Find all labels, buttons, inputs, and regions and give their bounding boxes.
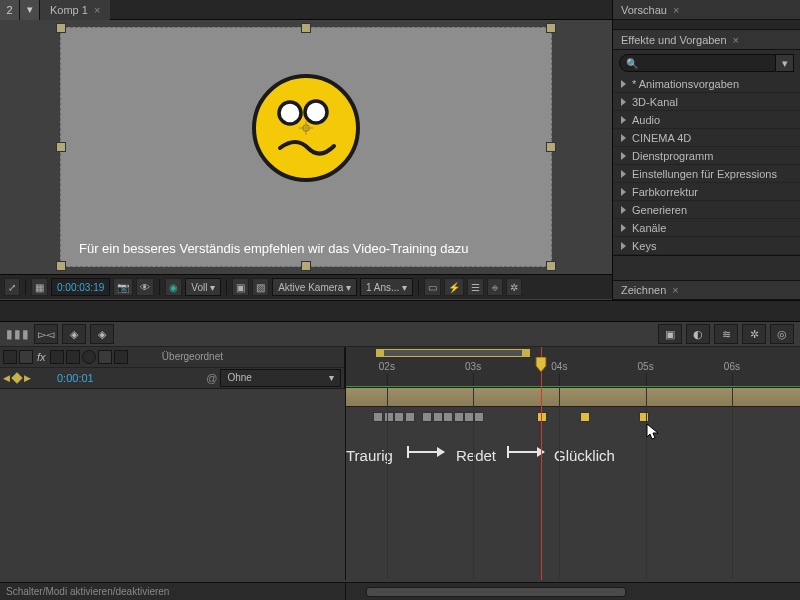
resize-handle[interactable] [56, 142, 66, 152]
ruler-tick: 02s [379, 361, 395, 372]
keyframe-marker[interactable] [405, 412, 415, 422]
magnify-icon[interactable]: ⤢ [4, 278, 20, 296]
timeline-tracks[interactable]: 02s03s04s05s06s Traurig Redet Glücklich [345, 347, 800, 580]
roi-icon[interactable]: ▣ [232, 278, 249, 296]
cube2-icon[interactable]: ◈ [90, 324, 114, 344]
transparency-icon[interactable]: ▨ [252, 278, 269, 296]
effects-category-item[interactable]: Dienstprogramm [613, 147, 800, 165]
channel-icon[interactable]: ◉ [165, 278, 182, 296]
composition-viewer[interactable]: Für ein besseres Verständis empfehlen wi… [0, 20, 612, 274]
close-icon[interactable]: × [94, 4, 100, 16]
comp-dropdown-icon[interactable]: ▾ [20, 0, 40, 20]
ruler-tick: 04s [551, 361, 567, 372]
parent-pickwhip-icon[interactable]: @ [206, 372, 217, 384]
keyframe-row[interactable] [346, 410, 800, 426]
snapshot-show-icon[interactable]: 👁 [136, 278, 154, 296]
time-ruler[interactable]: 02s03s04s05s06s [346, 347, 800, 387]
layer-bar[interactable] [346, 387, 800, 407]
effects-category-item[interactable]: Kanäle [613, 219, 800, 237]
views-select[interactable]: 1 Ans... ▾ [360, 278, 413, 296]
resize-handle[interactable] [546, 261, 556, 271]
keyframe-marker-selected[interactable] [639, 412, 649, 422]
brainstorm-icon[interactable]: ✲ [742, 324, 766, 344]
playhead-icon[interactable] [535, 357, 547, 373]
effects-category-item[interactable]: 3D-Kanal [613, 93, 800, 111]
keyframe-marker[interactable] [454, 412, 464, 422]
switch-toggle[interactable] [66, 350, 80, 364]
grid-icon[interactable]: ▦ [31, 278, 48, 296]
toggle-keyframe-button[interactable] [11, 372, 22, 383]
frame-blend-icon[interactable]: ▣ [658, 324, 682, 344]
switch-toggle[interactable] [50, 350, 64, 364]
work-area-bar[interactable] [376, 349, 530, 357]
timecode-field[interactable]: 0:00:03:19 [51, 278, 110, 296]
effects-category-item[interactable]: Generieren [613, 201, 800, 219]
close-icon[interactable]: × [733, 34, 739, 46]
keyframe-marker[interactable] [384, 412, 394, 422]
ruler-tick: 06s [724, 361, 740, 372]
resize-handle[interactable] [56, 261, 66, 271]
keyframe-marker[interactable] [422, 412, 432, 422]
playhead[interactable] [541, 347, 542, 580]
camera-select[interactable]: Aktive Kamera ▾ [272, 278, 357, 296]
effects-search-input[interactable]: 🔍 [619, 54, 776, 72]
comp-index-button[interactable]: 2 [0, 0, 20, 20]
flowchart-icon[interactable]: ⎆ [487, 278, 503, 296]
resize-handle[interactable] [56, 23, 66, 33]
switch-toggle[interactable] [98, 350, 112, 364]
close-icon[interactable]: × [673, 4, 679, 16]
work-area-start-handle[interactable] [376, 349, 384, 357]
switch-toggle[interactable] [114, 350, 128, 364]
keyframe-marker-selected[interactable] [580, 412, 590, 422]
resize-handle[interactable] [301, 261, 311, 271]
effects-category-item[interactable]: CINEMA 4D [613, 129, 800, 147]
parent-select[interactable]: Ohne ▾ [220, 369, 341, 387]
keyframe-marker[interactable] [474, 412, 484, 422]
scrollbar-thumb[interactable] [366, 587, 626, 597]
effects-panel-tab[interactable]: Effekte und Vorgaben × [613, 30, 800, 50]
paint-panel-tab[interactable]: Zeichnen × [613, 280, 800, 300]
paint-title: Zeichnen [621, 284, 666, 296]
resolution-select[interactable]: Voll ▾ [185, 278, 221, 296]
keyframe-marker[interactable] [464, 412, 474, 422]
comp-tab[interactable]: Komp 1 × [40, 0, 110, 20]
ruler-tick: 03s [465, 361, 481, 372]
solo-toggle[interactable] [19, 350, 33, 364]
effects-category-item[interactable]: * Animationsvorgaben [613, 75, 800, 93]
graph-icon[interactable]: ≋ [714, 324, 738, 344]
preview-title: Vorschau [621, 4, 667, 16]
adjust-icon[interactable]: ◎ [770, 324, 794, 344]
motion-blur-icon[interactable]: ◐ [686, 324, 710, 344]
shy-icon[interactable]: ▻◅ [34, 324, 58, 344]
resize-handle[interactable] [301, 23, 311, 33]
timeline-hscroll[interactable] [345, 582, 800, 600]
keyframe-marker[interactable] [394, 412, 404, 422]
reset-exposure-icon[interactable]: ✲ [506, 278, 522, 296]
next-keyframe-button[interactable]: ▶ [24, 373, 31, 383]
close-icon[interactable]: × [672, 284, 678, 296]
artboard[interactable]: Für ein besseres Verständis empfehlen wi… [60, 27, 552, 267]
preview-panel-tab[interactable]: Vorschau × [613, 0, 800, 20]
keyframe-marker[interactable] [443, 412, 453, 422]
effects-category-item[interactable]: Audio [613, 111, 800, 129]
search-options-dropdown[interactable]: ▾ [776, 54, 794, 72]
pixel-aspect-icon[interactable]: ▭ [424, 278, 441, 296]
keyframe-marker[interactable] [433, 412, 443, 422]
av-toggle[interactable] [3, 350, 17, 364]
work-area-end-handle[interactable] [522, 349, 530, 357]
effects-category-item[interactable]: Einstellungen für Expressions [613, 165, 800, 183]
switch-toggle[interactable] [82, 350, 96, 364]
cube-icon[interactable]: ◈ [62, 324, 86, 344]
effects-category-item[interactable]: Farbkorrektur [613, 183, 800, 201]
resize-handle[interactable] [546, 142, 556, 152]
effects-search-field[interactable] [642, 56, 769, 71]
snapshot-icon[interactable]: 📷 [113, 278, 133, 296]
resize-handle[interactable] [546, 23, 556, 33]
prev-keyframe-button[interactable]: ◀ [3, 373, 10, 383]
timeline-icon[interactable]: ☰ [467, 278, 484, 296]
keyframe-time[interactable]: 0:00:01 [57, 372, 94, 384]
effects-category-item[interactable]: Keys [613, 237, 800, 255]
fast-preview-icon[interactable]: ⚡ [444, 278, 464, 296]
keyframe-marker[interactable] [373, 412, 383, 422]
status-text: Schalter/Modi aktivieren/deaktivieren [6, 586, 169, 597]
